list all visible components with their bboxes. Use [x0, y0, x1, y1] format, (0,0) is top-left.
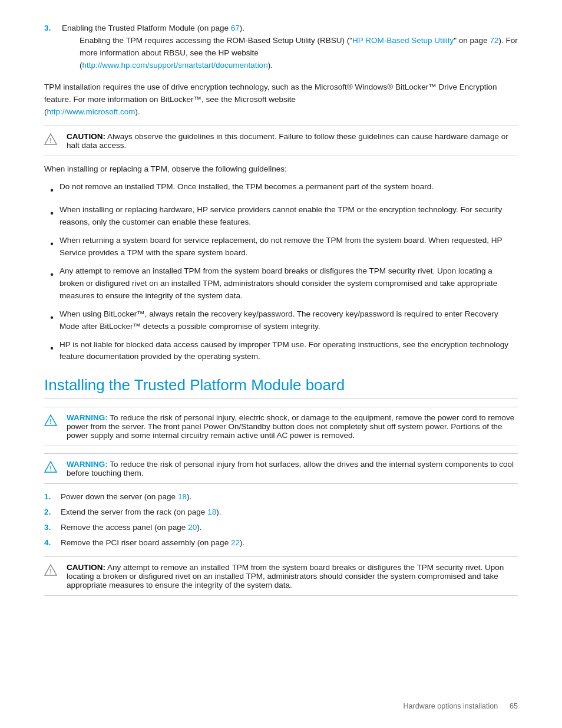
- step-3-item: 3. Enabling the Trusted Platform Module …: [44, 24, 518, 77]
- bullet-text: When installing or replacing hardware, H…: [59, 204, 518, 229]
- install-step-1-text: Power down the server (on page 18).: [61, 491, 191, 503]
- step-3-main: Enabling the Trusted Platform Module (on…: [62, 24, 518, 32]
- warning-icon-1: !: [44, 414, 59, 429]
- section-heading: Installing the Trusted Platform Module b…: [44, 376, 518, 398]
- bullet-item: Do not remove an installed TPM. Once ins…: [44, 181, 518, 198]
- guidelines-bullets: Do not remove an installed TPM. Once ins…: [44, 181, 518, 363]
- page-number: 65: [510, 702, 518, 710]
- step-3-content: Enabling the Trusted Platform Module (on…: [62, 24, 518, 77]
- warning-box-2: ! WARNING: To reduce the risk of persona…: [44, 453, 518, 484]
- tpm-paragraph: TPM installation requires the use of dri…: [44, 81, 518, 118]
- install-step-3-num: 3.: [44, 522, 61, 534]
- microsoft-link[interactable]: http://www.microsoft.com: [47, 107, 135, 116]
- step-3-sub: Enabling the TPM requires accessing the …: [80, 35, 518, 72]
- install-step-1: 1. Power down the server (on page 18).: [44, 491, 518, 503]
- bullet-text: HP is not liable for blocked data access…: [59, 339, 518, 364]
- bullet-text: When using BitLocker™, always retain the…: [59, 308, 518, 333]
- page-content: 3. Enabling the Trusted Platform Module …: [0, 0, 562, 638]
- install-step-4-num: 4.: [44, 537, 61, 549]
- warning-text-2: WARNING: To reduce the risk of personal …: [67, 460, 518, 477]
- install-steps-list: 1. Power down the server (on page 18). 2…: [44, 491, 518, 549]
- page-72-link[interactable]: 72: [490, 36, 498, 45]
- warning-label-2: WARNING:: [67, 460, 108, 469]
- footer-text: Hardware options installation: [404, 702, 498, 710]
- install-step-2-text: Extend the server from the rack (on page…: [61, 506, 221, 519]
- caution-body-1: Always observe the guidelines in this do…: [67, 132, 508, 150]
- caution-icon-2: !: [44, 564, 59, 578]
- bullet-dot: [44, 181, 59, 198]
- warning-body-1: To reduce the risk of personal injury, e…: [67, 413, 514, 440]
- install-step-2: 2. Extend the server from the rack (on p…: [44, 506, 518, 519]
- page-18a-link[interactable]: 18: [178, 492, 187, 501]
- rbsu-link[interactable]: HP ROM-Based Setup Utility: [352, 36, 454, 45]
- svg-text:!: !: [49, 568, 52, 575]
- bullet-item: When returning a system board for servic…: [44, 235, 518, 259]
- install-step-1-num: 1.: [44, 491, 61, 503]
- bullet-item: When using BitLocker™, always retain the…: [44, 308, 518, 333]
- caution-label-1: CAUTION:: [67, 132, 105, 141]
- caution-label-2: CAUTION:: [67, 563, 105, 572]
- caution-text-2: CAUTION: Any attempt to remove an instal…: [67, 563, 518, 589]
- bullet-text: Any attempt to remove an installed TPM f…: [59, 265, 518, 302]
- warning-label-1: WARNING:: [67, 413, 108, 422]
- page-18b-link[interactable]: 18: [207, 508, 216, 516]
- warning-icon-2: !: [44, 460, 59, 475]
- hp-support-link[interactable]: http://www.hp.com/support/smartstart/doc…: [82, 61, 268, 70]
- install-step-4-text: Remove the PCI riser board assembly (on …: [61, 537, 244, 549]
- bullet-dot: [44, 204, 59, 221]
- warning-text-1: WARNING: To reduce the risk of personal …: [67, 413, 518, 440]
- bullet-dot: [44, 308, 59, 325]
- caution-box-2: ! CAUTION: Any attempt to remove an inst…: [44, 556, 518, 596]
- install-step-3-text: Remove the access panel (on page 20).: [61, 522, 201, 534]
- page-67-link[interactable]: 67: [231, 24, 240, 32]
- install-step-2-num: 2.: [44, 506, 61, 519]
- install-step-3: 3. Remove the access panel (on page 20).: [44, 522, 518, 534]
- step-3-number: 3.: [44, 24, 62, 32]
- bullet-text: When returning a system board for servic…: [59, 235, 518, 259]
- page-22-link[interactable]: 22: [231, 538, 240, 547]
- svg-text:!: !: [49, 137, 52, 144]
- bullet-dot: [44, 339, 59, 356]
- caution-body-2: Any attempt to remove an installed TPM f…: [67, 563, 504, 589]
- install-step-4: 4. Remove the PCI riser board assembly (…: [44, 537, 518, 549]
- warning-body-2: To reduce the risk of personal injury fr…: [67, 460, 514, 477]
- warning-box-1: ! WARNING: To reduce the risk of persona…: [44, 407, 518, 446]
- caution-box-1: ! CAUTION: Always observe the guidelines…: [44, 126, 518, 156]
- caution-icon-1: !: [44, 133, 59, 147]
- bullet-text: Do not remove an installed TPM. Once ins…: [59, 181, 434, 193]
- bullet-item: HP is not liable for blocked data access…: [44, 339, 518, 364]
- bullet-item: When installing or replacing hardware, H…: [44, 204, 518, 229]
- bullet-dot: [44, 265, 59, 282]
- svg-text:!: !: [49, 465, 52, 472]
- bullet-item: Any attempt to remove an installed TPM f…: [44, 265, 518, 302]
- caution-text-1: CAUTION: Always observe the guidelines i…: [67, 132, 518, 150]
- bullet-dot: [44, 235, 59, 252]
- svg-text:!: !: [49, 418, 52, 425]
- page-footer: Hardware options installation 65: [404, 702, 518, 710]
- page-20-link[interactable]: 20: [188, 523, 197, 532]
- guidelines-intro: When installing or replacing a TPM, obse…: [44, 163, 518, 176]
